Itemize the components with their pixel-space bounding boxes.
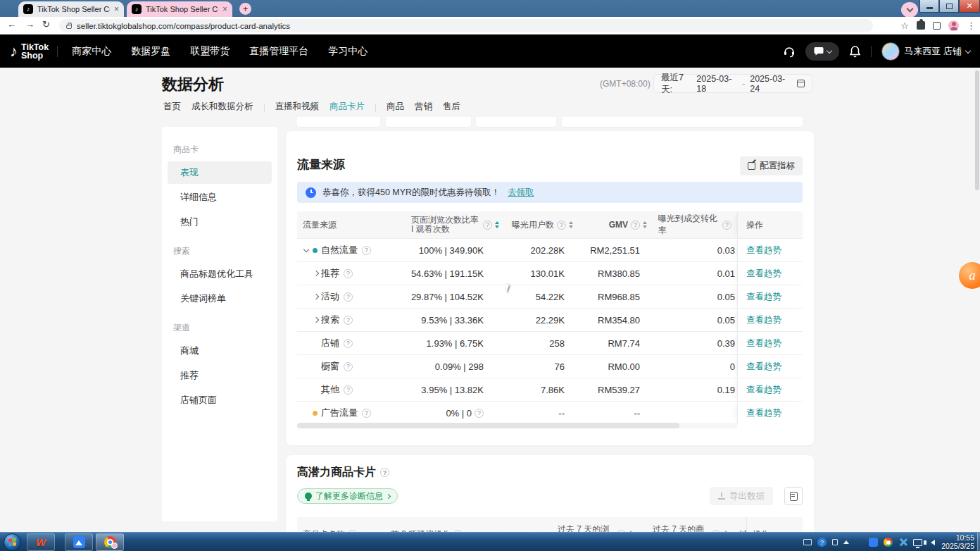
bookmark-star-icon[interactable]: ☆ [900, 20, 909, 31]
horizontal-scrollbar[interactable] [297, 423, 737, 428]
network-icon[interactable] [913, 539, 922, 546]
show-desktop-button[interactable] [977, 533, 980, 551]
sidebar-item-mall[interactable]: 商城 [168, 340, 272, 362]
taskbar-app-docs[interactable] [65, 533, 93, 551]
view-trend-link[interactable]: 查看趋势 [746, 268, 781, 280]
sort-icon[interactable] [495, 221, 499, 228]
help-icon[interactable]: ? [344, 339, 353, 348]
configure-metrics-button[interactable]: 配置指标 [740, 156, 803, 175]
help-icon[interactable]: ? [362, 409, 371, 418]
help-icon[interactable]: ? [631, 221, 640, 230]
view-trend-link[interactable]: 查看趋势 [746, 338, 781, 349]
view-trend-link[interactable]: 查看趋势 [746, 407, 781, 419]
help-icon[interactable]: ? [344, 385, 353, 395]
column-header-exposed-users[interactable]: 曝光用户数 ? [505, 211, 579, 238]
tray-app-blue-icon[interactable] [869, 538, 878, 547]
tray-window-icon[interactable] [803, 539, 812, 545]
forward-button[interactable]: → [25, 19, 34, 30]
help-icon[interactable]: ? [344, 362, 353, 371]
nav-item-data-compass[interactable]: 数据罗盘 [127, 42, 175, 61]
nav-item-live-manager[interactable]: 直播管理平台 [245, 42, 313, 61]
window-close-button[interactable]: ✕ [959, 0, 980, 13]
url-bar[interactable]: seller.tiktokglobalshop.com/compass/prod… [59, 19, 873, 32]
tray-help-icon[interactable]: ? [817, 538, 827, 547]
exposed-users-cell: 7.86K [505, 378, 579, 401]
notes-button[interactable] [784, 487, 803, 505]
help-icon[interactable]: ? [475, 409, 484, 418]
browser-profile-avatar[interactable] [948, 20, 959, 31]
horizontal-scrollbar-thumb[interactable] [297, 423, 679, 428]
browser-tab-2[interactable]: ♪ TikTok Shop Seller Center | Cr × [127, 1, 232, 17]
nav-item-learning-center[interactable]: 学习中心 [324, 42, 372, 61]
messages-button[interactable] [805, 42, 839, 61]
sidebar-item-recommendation[interactable]: 推荐 [168, 364, 272, 387]
help-icon[interactable]: ? [362, 246, 371, 255]
back-button[interactable]: ← [7, 19, 16, 30]
help-icon[interactable]: ? [344, 292, 353, 302]
sort-icon[interactable] [569, 221, 573, 228]
volume-icon[interactable] [931, 540, 935, 545]
view-trend-link[interactable]: 查看趋势 [746, 314, 781, 326]
sidebar-item-shop-page[interactable]: 店铺页面 [168, 389, 272, 411]
tray-chrome-icon[interactable] [884, 538, 893, 547]
help-icon[interactable]: ? [344, 316, 353, 325]
expand-chevron-icon[interactable] [313, 292, 321, 301]
taskbar-app-chrome[interactable] [96, 533, 124, 551]
actions-cell: 查看趋势 [737, 239, 803, 261]
help-icon[interactable]: ? [483, 221, 492, 230]
side-panel-icon[interactable] [933, 22, 941, 30]
view-trend-link[interactable]: 查看趋势 [746, 291, 781, 303]
tab-search-button[interactable] [901, 2, 918, 18]
page-scrollbar-thumb[interactable] [975, 70, 979, 190]
help-icon[interactable]: ? [722, 221, 731, 230]
sidebar-item-trending[interactable]: 热门 [168, 211, 272, 233]
column-header-views-ratio[interactable]: 页面浏览次数比率 I 观看次数 ? [396, 211, 505, 238]
tiktok-shop-logo[interactable]: ♪ TikTok Shop [10, 42, 49, 61]
collapse-chevron-icon[interactable] [303, 246, 311, 254]
nav-item-seller-center[interactable]: 商家中心 [68, 42, 115, 61]
diagnose-info-pill[interactable]: 了解更多诊断信息 [297, 488, 398, 504]
window-maximize-button[interactable] [939, 0, 959, 13]
refresh-button[interactable]: ↻ [42, 19, 50, 30]
tab-close-icon[interactable]: × [114, 5, 119, 13]
help-icon[interactable]: ? [344, 269, 353, 278]
tray-expand-icon[interactable] [843, 540, 849, 544]
store-selector[interactable]: 马来西亚 店铺 [881, 42, 970, 61]
support-headset-icon[interactable] [783, 45, 796, 58]
tab-growth-analytics[interactable]: 成长和数据分析 [191, 101, 253, 120]
date-range-picker[interactable]: 最近7天: 2025-03-18 - 2025-03-24 [653, 74, 812, 93]
sidebar-item-details[interactable]: 详细信息 [168, 186, 272, 209]
help-icon[interactable]: ? [380, 468, 389, 477]
column-header-source[interactable]: 流量来源 [297, 211, 396, 238]
export-data-button[interactable]: 导出数据 [710, 487, 773, 505]
sort-icon[interactable] [643, 221, 647, 228]
help-icon[interactable]: ? [557, 221, 566, 230]
taskbar-app-wps[interactable]: W [27, 533, 55, 551]
new-tab-button[interactable]: + [239, 3, 251, 15]
view-trend-link[interactable]: 查看趋势 [746, 361, 781, 373]
floating-chat-widget[interactable]: a [959, 262, 980, 289]
expand-chevron-icon[interactable] [313, 269, 321, 278]
sidebar-item-title-optimizer[interactable]: 商品标题优化工具 [168, 263, 272, 285]
tray-app-x-icon[interactable] [898, 538, 907, 547]
column-header-conversion[interactable]: 曝光到成交转化率 ? [653, 211, 737, 238]
view-trend-link[interactable]: 查看趋势 [746, 384, 781, 396]
expand-chevron-icon[interactable] [313, 316, 321, 324]
column-header-gmv[interactable]: GMV ? [579, 211, 653, 238]
view-trend-link[interactable]: 查看趋势 [746, 244, 781, 256]
sidebar-item-keyword-rankings[interactable]: 关键词榜单 [168, 287, 272, 310]
taskbar-clock[interactable]: 10:55 2025/3/25 [941, 534, 974, 550]
tab-close-icon[interactable]: × [222, 5, 227, 13]
window-minimize-button[interactable] [919, 0, 939, 13]
browser-tab-1[interactable]: ♪ TikTok Shop Seller Center | Cr × [18, 1, 124, 17]
claim-coupon-link[interactable]: 去领取 [508, 187, 534, 199]
browser-menu-icon[interactable]: ⋮ [967, 20, 976, 31]
tray-device-icon[interactable] [832, 539, 838, 545]
sidebar-item-performance[interactable]: 表现 [168, 161, 272, 184]
start-button[interactable] [4, 533, 21, 551]
site-security-lock-icon[interactable] [66, 25, 72, 29]
extensions-puzzle-icon[interactable] [917, 21, 925, 30]
notifications-bell-icon[interactable] [849, 45, 861, 58]
tab-home[interactable]: 首页 [163, 101, 181, 120]
nav-item-affiliate[interactable]: 联盟带货 [186, 42, 234, 61]
